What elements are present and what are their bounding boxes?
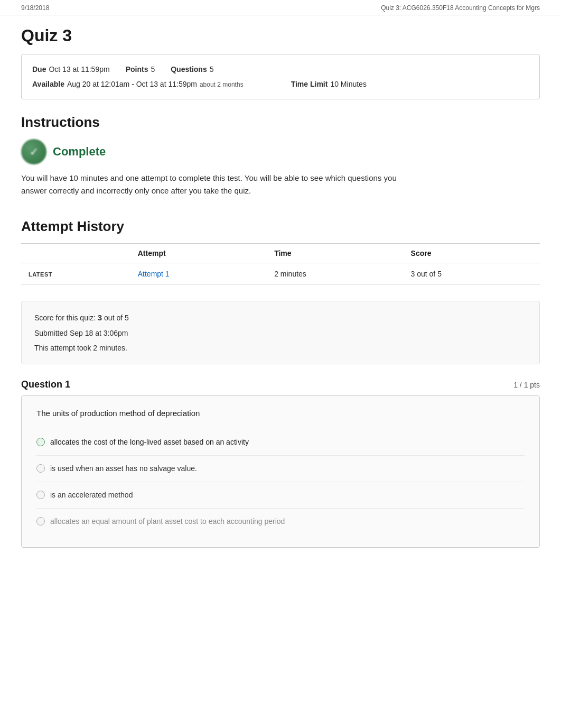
top-bar: 9/18/2018 Quiz 3: ACG6026.350F18 Account… [0, 0, 561, 15]
question-1-pts: 1 / 1 pts [513, 381, 540, 389]
answer-option-1[interactable]: allocates the cost of the long-lived ass… [36, 429, 525, 455]
question-1-text: The units of production method of deprec… [36, 409, 525, 418]
status-text: Complete [53, 145, 106, 159]
radio-1[interactable] [36, 438, 45, 446]
attempt-score-cell: 3 out of 5 [404, 263, 540, 285]
score-label: Score for this quiz: [34, 314, 96, 322]
attempt-time-cell: 2 minutes [267, 263, 403, 285]
table-row: LATEST Attempt 1 2 minutes 3 out of 5 [21, 263, 540, 285]
main-content: Quiz 3 Due Oct 13 at 11:59pm Points 5 Qu… [0, 15, 561, 579]
points-value: 5 [151, 62, 155, 77]
latest-badge: LATEST [21, 263, 130, 285]
table-header-time: Time [267, 244, 403, 263]
quiz-info-box: Due Oct 13 at 11:59pm Points 5 Questions… [21, 54, 540, 99]
available-note: about 2 months [200, 78, 244, 91]
available-value: Aug 20 at 12:01am - Oct 13 at 11:59pm [67, 77, 197, 91]
questions-item: Questions 5 [171, 62, 213, 77]
available-label: Available [32, 77, 64, 91]
due-item: Due Oct 13 at 11:59pm [32, 62, 110, 77]
answer-options: allocates the cost of the long-lived ass… [36, 429, 525, 535]
radio-4[interactable] [36, 517, 45, 526]
table-header-label-col [21, 244, 130, 263]
complete-icon: ✓ [21, 139, 46, 164]
submitted-line: Submitted Sep 18 at 3:06pm [34, 326, 527, 340]
answer-text-2: is used when an asset has no salvage val… [50, 463, 197, 474]
score-line: Score for this quiz: 3 out of 5 [34, 310, 527, 326]
question-1-block: Question 1 1 / 1 pts The units of produc… [21, 379, 540, 548]
due-value: Oct 13 at 11:59pm [49, 62, 109, 77]
instructions-section: Instructions ✓ Complete You will have 10… [21, 114, 540, 197]
available-item: Available Aug 20 at 12:01am - Oct 13 at … [32, 77, 244, 91]
attempt-history-section: Attempt History Attempt Time Score [21, 218, 540, 285]
questions-value: 5 [210, 62, 214, 77]
attempt-table: Attempt Time Score LATEST Attemp [21, 243, 540, 285]
time-limit-value: 10 Minutes [330, 77, 366, 91]
time-limit-item: Time Limit 10 Minutes [291, 77, 367, 91]
points-label: Points [126, 62, 148, 77]
attempt-1-link[interactable]: Attempt 1 [138, 270, 170, 278]
answer-option-4[interactable]: allocates an equal amount of plant asset… [36, 508, 525, 535]
status-row: ✓ Complete [21, 139, 540, 164]
instructions-body: You will have 10 minutes and one attempt… [21, 172, 423, 197]
answer-option-2[interactable]: is used when an asset has no salvage val… [36, 455, 525, 482]
topbar-course: Quiz 3: ACG6026.350F18 Accounting Concep… [381, 4, 540, 12]
answer-text-1: allocates the cost of the long-lived ass… [50, 437, 249, 448]
table-header-attempt: Attempt [130, 244, 267, 263]
topbar-date: 9/18/2018 [21, 4, 49, 12]
instructions-title: Instructions [21, 114, 540, 131]
question-1-title: Question 1 [21, 379, 70, 390]
info-row-1: Due Oct 13 at 11:59pm Points 5 Questions… [32, 62, 529, 77]
score-out-of: out of 5 [104, 314, 129, 322]
answer-option-3[interactable]: is an accelerated method [36, 482, 525, 508]
question-1-header: Question 1 1 / 1 pts [21, 379, 540, 390]
question-1-card: The units of production method of deprec… [21, 395, 540, 548]
duration-line: This attempt took 2 minutes. [34, 340, 527, 355]
attempt-link-cell[interactable]: Attempt 1 [130, 263, 267, 285]
radio-3[interactable] [36, 491, 45, 499]
questions-label: Questions [171, 62, 207, 77]
score-summary: Score for this quiz: 3 out of 5 Submitte… [21, 301, 540, 364]
score-number: 3 [98, 313, 102, 322]
table-header-score: Score [404, 244, 540, 263]
attempt-history-title: Attempt History [21, 218, 540, 235]
radio-2[interactable] [36, 464, 45, 473]
due-label: Due [32, 62, 46, 77]
points-item: Points 5 [126, 62, 155, 77]
table-header-row: Attempt Time Score [21, 244, 540, 263]
answer-text-4: allocates an equal amount of plant asset… [50, 516, 285, 527]
answer-text-3: is an accelerated method [50, 490, 133, 501]
quiz-title: Quiz 3 [21, 26, 540, 45]
info-row-2: Available Aug 20 at 12:01am - Oct 13 at … [32, 77, 529, 91]
time-limit-label: Time Limit [291, 77, 328, 91]
